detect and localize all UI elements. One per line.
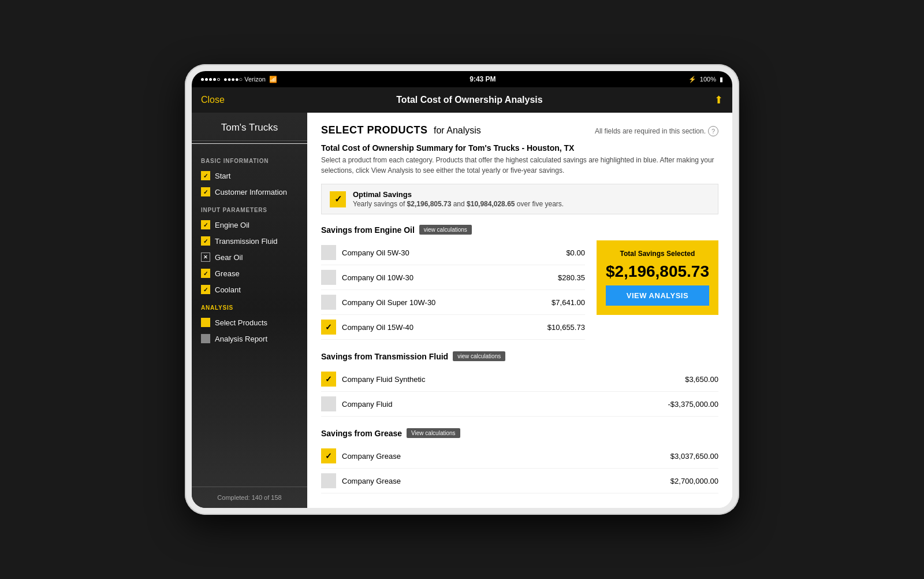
- grease-title: Savings from Grease: [321, 429, 402, 438]
- optimal-savings-text: Optimal Savings Yearly savings of $2,196…: [353, 190, 564, 208]
- trans-product-checkbox-0[interactable]: [321, 372, 336, 387]
- table-row[interactable]: Company Grease $2,700,000.00: [321, 469, 718, 493]
- table-row[interactable]: Company Grease $3,037,650.00: [321, 444, 718, 469]
- share-icon[interactable]: ⬆: [714, 94, 723, 106]
- required-text-label: All fields are required in this section.: [595, 127, 706, 135]
- sidebar-item-analysis-report[interactable]: Analysis Report: [192, 331, 307, 347]
- product-name-0: Company Oil 5W-30: [342, 248, 516, 257]
- sidebar-item-coolant[interactable]: Coolant: [192, 281, 307, 298]
- grease-view-calc-btn[interactable]: View calculations: [407, 428, 460, 438]
- analysis-section-label: ANALYSIS: [192, 298, 307, 314]
- trans-product-checkbox-1[interactable]: [321, 396, 336, 411]
- customer-info-checkbox[interactable]: [201, 187, 210, 196]
- grease-checkbox[interactable]: [201, 269, 210, 278]
- scroll-indicators: [321, 505, 718, 508]
- dot5: [217, 78, 220, 81]
- close-button[interactable]: Close: [201, 95, 225, 105]
- help-icon[interactable]: ?: [708, 126, 718, 136]
- start-checkbox[interactable]: [201, 171, 210, 180]
- table-row[interactable]: Company Fluid -$3,375,000.00: [321, 392, 718, 417]
- section-title-sub: for Analysis: [434, 125, 481, 135]
- start-label: Start: [215, 172, 230, 180]
- dot2: [205, 78, 208, 81]
- engine-oil-checkbox[interactable]: [201, 220, 210, 229]
- product-checkbox-3[interactable]: [321, 320, 336, 335]
- status-time: 9:43 PM: [470, 75, 495, 83]
- status-left: ●●●●○ Verizon 📶: [201, 76, 277, 83]
- nav-title: Total Cost of Ownership Analysis: [396, 95, 542, 105]
- transmission-fluid-title: Savings from Transmission Fluid: [321, 352, 448, 361]
- battery-label: 100%: [700, 76, 716, 83]
- sidebar-content: Tom's Trucks BASIC INFORMATION Start Cus…: [192, 113, 307, 508]
- table-row[interactable]: Company Oil 5W-30 $0.00: [321, 240, 585, 265]
- status-bar: ●●●●○ Verizon 📶 9:43 PM ⚡ 100% ▮: [192, 71, 732, 87]
- section-title-container: SELECT PRODUCTS for Analysis: [321, 124, 481, 136]
- engine-oil-view-calc-btn[interactable]: view calculations: [419, 225, 472, 235]
- grease-product-name-0: Company Grease: [342, 452, 649, 461]
- nav-bar: Close Total Cost of Ownership Analysis ⬆: [192, 87, 732, 113]
- analysis-report-label: Analysis Report: [215, 335, 267, 343]
- sidebar-item-gear-oil[interactable]: Gear Oil: [192, 249, 307, 265]
- sidebar-company-name: Tom's Trucks: [192, 122, 307, 141]
- transmission-fluid-view-calc-btn[interactable]: view calculations: [453, 351, 505, 361]
- total-savings-panel-wrapper: Total Savings Selected $2,196,805.73 VIE…: [597, 240, 718, 315]
- transmission-fluid-checkbox[interactable]: [201, 236, 210, 246]
- trans-product-name-0: Company Fluid Synthetic: [342, 375, 649, 384]
- product-name-3: Company Oil 15W-40: [342, 323, 516, 332]
- table-row[interactable]: Company Fluid Synthetic $3,650.00: [321, 367, 718, 392]
- sidebar-item-transmission-fluid[interactable]: Transmission Fluid: [192, 233, 307, 249]
- sidebar-divider: [192, 143, 307, 144]
- table-row[interactable]: Company Oil 10W-30 $280.35: [321, 265, 585, 290]
- grease-header: Savings from Grease View calculations: [321, 428, 718, 438]
- main-content: Tom's Trucks BASIC INFORMATION Start Cus…: [192, 113, 732, 508]
- dot1: [201, 78, 204, 81]
- sidebar-item-customer-info[interactable]: Customer Information: [192, 184, 307, 200]
- product-checkbox-2[interactable]: [321, 295, 336, 310]
- basic-info-section-label: BASIC INFORMATION: [192, 151, 307, 168]
- engine-oil-product-list: Company Oil 5W-30 $0.00 Company Oil 10W-…: [321, 240, 585, 340]
- trans-product-name-1: Company Fluid: [342, 400, 649, 409]
- coolant-checkbox[interactable]: [201, 285, 210, 294]
- product-checkbox-1[interactable]: [321, 270, 336, 285]
- gear-oil-checkbox[interactable]: [201, 253, 210, 262]
- status-right: ⚡ 100% ▮: [688, 76, 723, 83]
- transmission-fluid-label: Transmission Fluid: [215, 237, 278, 246]
- device-screen: ●●●●○ Verizon 📶 9:43 PM ⚡ 100% ▮ Close T…: [192, 71, 732, 508]
- gear-oil-label: Gear Oil: [215, 253, 243, 262]
- carrier-label: ●●●●○ Verizon: [223, 76, 266, 83]
- required-text: All fields are required in this section.…: [595, 126, 718, 136]
- transmission-fluid-header: Savings from Transmission Fluid view cal…: [321, 351, 718, 361]
- engine-oil-label: Engine Oil: [215, 221, 249, 229]
- sidebar-item-grease[interactable]: Grease: [192, 265, 307, 281]
- grease-product-checkbox-0[interactable]: [321, 448, 336, 463]
- customer-info-label: Customer Information: [215, 188, 287, 196]
- analysis-report-indicator: [201, 334, 210, 343]
- optimal-yearly: $2,196,805.73: [407, 200, 452, 208]
- table-row[interactable]: Company Oil 15W-40 $10,655.73: [321, 315, 585, 340]
- optimal-savings-box: Optimal Savings Yearly savings of $2,196…: [321, 184, 718, 214]
- transmission-fluid-savings-section: Savings from Transmission Fluid view cal…: [321, 351, 718, 417]
- section-title-main: SELECT PRODUCTS: [321, 124, 428, 136]
- product-checkbox-0[interactable]: [321, 245, 336, 260]
- input-params-section-label: INPUT PARAMETERS: [192, 200, 307, 217]
- grease-product-checkbox-1[interactable]: [321, 473, 336, 488]
- view-analysis-button[interactable]: VIEW ANALYSIS: [606, 285, 709, 306]
- optimal-check-icon: [330, 191, 346, 207]
- sidebar-footer: Completed: 140 of 158: [192, 487, 307, 508]
- product-price-2: $7,641.00: [521, 298, 585, 307]
- total-savings-label: Total Savings Selected: [620, 250, 695, 258]
- product-price-0: $0.00: [521, 248, 585, 257]
- table-row[interactable]: Company Oil Super 10W-30 $7,641.00: [321, 290, 585, 315]
- engine-oil-products-container: Company Oil 5W-30 $0.00 Company Oil 10W-…: [321, 240, 718, 340]
- transmission-fluid-product-list: Company Fluid Synthetic $3,650.00 Compan…: [321, 367, 718, 417]
- grease-product-list: Company Grease $3,037,650.00 Company Gre…: [321, 444, 718, 493]
- trans-product-price-1: -$3,375,000.00: [655, 400, 718, 409]
- sidebar-item-select-products[interactable]: Select Products: [192, 314, 307, 331]
- signal-dots: [201, 78, 220, 81]
- product-name-1: Company Oil 10W-30: [342, 273, 516, 282]
- product-price-3: $10,655.73: [521, 323, 585, 332]
- sidebar-item-engine-oil[interactable]: Engine Oil: [192, 217, 307, 233]
- dot4: [213, 78, 216, 81]
- device-frame: ●●●●○ Verizon 📶 9:43 PM ⚡ 100% ▮ Close T…: [185, 64, 739, 515]
- sidebar-item-start[interactable]: Start: [192, 168, 307, 184]
